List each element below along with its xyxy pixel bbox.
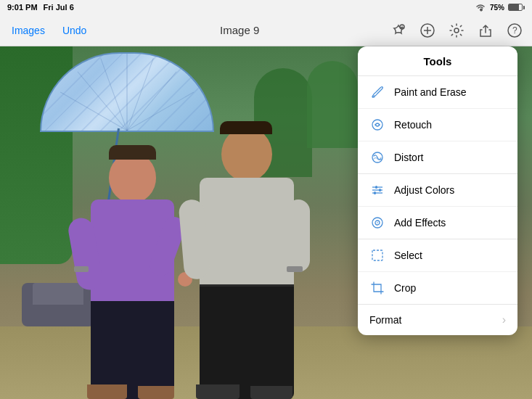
- nav-bar: Images Undo Image 9 +: [0, 15, 532, 46]
- format-row[interactable]: Format ›: [358, 305, 517, 335]
- status-right: 75%: [475, 3, 525, 12]
- retouch-item[interactable]: Retouch: [358, 109, 517, 141]
- share-icon[interactable]: [477, 22, 494, 39]
- crop-label: Crop: [394, 282, 416, 294]
- svg-rect-15: [374, 192, 376, 194]
- undo-button[interactable]: Undo: [60, 23, 89, 38]
- paint-erase-item[interactable]: Paint and Erase: [358, 76, 517, 109]
- tools-header: Tools: [358, 46, 517, 76]
- sliders-icon: [369, 182, 385, 198]
- date-display: Fri Jul 6: [44, 3, 74, 12]
- status-bar: 9:01 PM Fri Jul 6 75%: [0, 0, 532, 15]
- chevron-right-icon: ›: [502, 313, 506, 326]
- draw-tools-section: Paint and Erase Retouch Dist: [358, 76, 517, 174]
- select-tools-section: Select Crop: [358, 239, 517, 305]
- car-top: [33, 283, 83, 305]
- battery-percent: 75%: [490, 4, 504, 12]
- svg-rect-13: [375, 186, 377, 189]
- tools-title: Tools: [424, 55, 452, 67]
- svg-rect-14: [379, 189, 381, 192]
- svg-text:+: +: [401, 25, 404, 30]
- svg-point-5: [454, 28, 459, 33]
- adjust-colors-item[interactable]: Adjust Colors: [358, 174, 517, 207]
- person2: [192, 94, 327, 399]
- distort-item[interactable]: Distort: [358, 141, 517, 173]
- help-icon[interactable]: ?: [506, 22, 523, 39]
- svg-point-8: [372, 120, 382, 130]
- format-label: Format: [369, 314, 401, 326]
- paint-erase-label: Paint and Erase: [394, 86, 467, 98]
- status-left: 9:01 PM Fri Jul 6: [7, 3, 74, 12]
- distort-icon: [369, 149, 385, 165]
- distort-label: Distort: [394, 152, 423, 163]
- time-display: 9:01 PM: [7, 3, 38, 12]
- select-item[interactable]: Select: [358, 239, 517, 272]
- add-effects-item[interactable]: Add Effects: [358, 207, 517, 239]
- select-icon: [369, 247, 385, 263]
- adjust-tools-section: Adjust Colors Add Effects: [358, 174, 517, 239]
- retouch-icon: [369, 117, 385, 133]
- crop-item[interactable]: Crop: [358, 272, 517, 304]
- svg-rect-19: [372, 250, 382, 260]
- umbrella-canopy: [40, 52, 214, 132]
- paintbrush-icon: [369, 84, 385, 100]
- add-effects-label: Add Effects: [394, 217, 446, 229]
- select-label: Select: [394, 250, 422, 261]
- favorite-icon[interactable]: +: [390, 22, 407, 39]
- adjust-colors-label: Adjust Colors: [394, 184, 454, 196]
- add-icon[interactable]: [419, 22, 436, 39]
- svg-text:?: ?: [512, 25, 517, 36]
- effects-icon: [369, 215, 385, 231]
- back-button[interactable]: Images: [9, 23, 48, 38]
- retouch-label: Retouch: [394, 119, 432, 131]
- crop-icon: [369, 280, 385, 296]
- tools-panel: Tools Paint and Erase Retouch: [358, 46, 517, 335]
- person1: [80, 123, 196, 399]
- nav-right: + ?: [390, 22, 523, 39]
- nav-left: Images Undo: [9, 23, 89, 38]
- wifi-icon: [475, 3, 486, 12]
- settings-icon[interactable]: [448, 22, 465, 39]
- image-title: Image 9: [220, 24, 259, 36]
- battery-icon: [508, 4, 525, 11]
- svg-point-18: [377, 222, 378, 223]
